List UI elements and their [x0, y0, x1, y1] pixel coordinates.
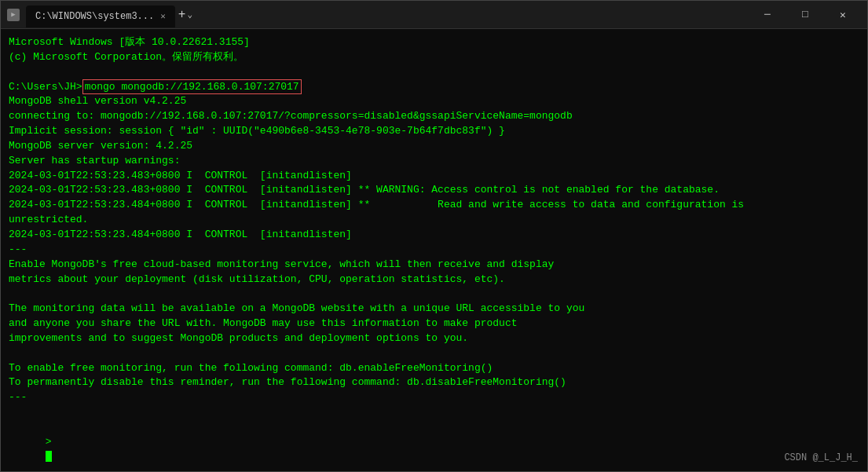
line-16: Enable MongoDB's free cloud-based monito…: [9, 258, 859, 273]
tab-title: C:\WINDOWS\system3...: [35, 11, 154, 22]
line-7: Implicit session: session { "id" : UUID(…: [9, 124, 859, 139]
line-21: improvements and to suggest MongoDB prod…: [9, 331, 859, 346]
line-14: 2024-03-01T22:53:23.484+0800 I CONTROL […: [9, 228, 859, 243]
new-tab-button[interactable]: +: [178, 8, 186, 22]
active-tab[interactable]: C:\WINDOWS\system3... ✕: [26, 5, 175, 27]
tab-close-button[interactable]: ✕: [160, 11, 166, 21]
line-26: [9, 405, 859, 420]
command-line: C:\Users\JH>mongo mongodb://192.168.0.10…: [9, 80, 859, 95]
line-20: and anyone you share the URL with. Mongo…: [9, 316, 859, 331]
line-13: unrestricted.: [9, 213, 859, 228]
line-15: ---: [9, 243, 859, 258]
command-highlight: mongo mongodb://192.168.0.107:27017: [82, 79, 302, 94]
terminal-window: ▶ C:\WINDOWS\system3... ✕ + ⌄ ─ □ ✕ Micr…: [0, 0, 868, 472]
line-25: ---: [9, 390, 859, 405]
line-5: MongoDB shell version v4.2.25: [9, 94, 859, 109]
minimize-button[interactable]: ─: [749, 1, 786, 29]
tab-dropdown-button[interactable]: ⌄: [187, 9, 192, 20]
prompt-symbol: >: [46, 436, 52, 448]
line-10: 2024-03-01T22:53:23.483+0800 I CONTROL […: [9, 169, 859, 184]
titlebar: ▶ C:\WINDOWS\system3... ✕ + ⌄ ─ □ ✕: [1, 1, 867, 29]
line-24: To permanently disable this reminder, ru…: [9, 375, 859, 390]
line-6: connecting to: mongodb://192.168.0.107:2…: [9, 109, 859, 124]
prompt-line: >: [9, 420, 859, 471]
maximize-button[interactable]: □: [787, 1, 823, 29]
line-23: To enable free monitoring, run the follo…: [9, 361, 859, 376]
terminal-body[interactable]: Microsoft Windows [版本 10.0.22621.3155] (…: [1, 29, 867, 471]
line-2: (c) Microsoft Corporation。保留所有权利。: [9, 50, 859, 65]
window-controls: ─ □ ✕: [749, 1, 861, 29]
line-8: MongoDB server version: 4.2.25: [9, 139, 859, 154]
line-17: metrics about your deployment (disk util…: [9, 273, 859, 287]
app-icon: ▶: [7, 9, 20, 21]
line-19: The monitoring data will be available on…: [9, 302, 859, 316]
line-11: 2024-03-01T22:53:23.483+0800 I CONTROL […: [9, 183, 859, 198]
line-12: 2024-03-01T22:53:23.484+0800 I CONTROL […: [9, 198, 859, 213]
line-22: [9, 346, 859, 361]
line-3: [9, 65, 859, 80]
cursor: [46, 451, 52, 462]
watermark: CSDN @_L_J_H_: [784, 452, 858, 465]
line-1: Microsoft Windows [版本 10.0.22621.3155]: [9, 35, 859, 50]
line-18: [9, 287, 859, 302]
line-9: Server has startup warnings:: [9, 154, 859, 169]
close-button[interactable]: ✕: [825, 1, 861, 29]
